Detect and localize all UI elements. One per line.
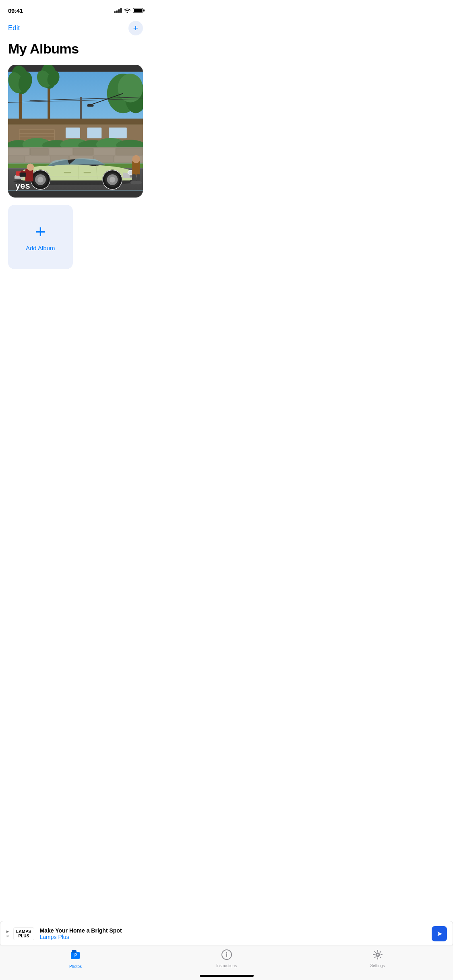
battery-icon <box>133 8 143 13</box>
svg-rect-20 <box>8 119 143 124</box>
svg-point-12 <box>118 74 143 102</box>
wifi-icon <box>124 8 130 13</box>
svg-rect-17 <box>87 104 94 107</box>
album-name: yes <box>15 181 30 191</box>
svg-rect-27 <box>109 128 127 138</box>
svg-point-68 <box>37 177 43 182</box>
add-album-grid: + Add Album <box>8 205 143 269</box>
svg-rect-37 <box>30 148 48 155</box>
svg-rect-43 <box>25 156 50 163</box>
edit-button[interactable]: Edit <box>8 24 20 32</box>
svg-rect-22 <box>20 130 54 133</box>
svg-rect-40 <box>94 148 116 155</box>
signal-icon <box>114 8 122 13</box>
svg-point-63 <box>110 177 115 182</box>
nav-bar: Edit + <box>0 18 151 39</box>
svg-rect-73 <box>20 173 26 177</box>
svg-point-79 <box>134 181 142 184</box>
svg-rect-55 <box>64 172 71 173</box>
svg-rect-36 <box>8 148 30 155</box>
main-content: yes + Add Album <box>0 65 151 340</box>
svg-rect-42 <box>8 156 24 163</box>
svg-rect-26 <box>87 128 102 138</box>
add-album-plus-icon: + <box>35 223 46 241</box>
svg-rect-25 <box>66 128 80 138</box>
add-album-button[interactable]: + Add Album <box>8 205 73 269</box>
svg-point-71 <box>27 163 34 171</box>
album-card[interactable]: yes <box>8 65 143 198</box>
svg-rect-38 <box>49 148 72 155</box>
svg-rect-23 <box>20 134 54 136</box>
album-image <box>8 65 143 198</box>
page-title: My Albums <box>0 39 151 65</box>
svg-rect-41 <box>116 148 143 155</box>
status-icons <box>114 8 143 13</box>
svg-point-75 <box>132 155 140 163</box>
status-bar: 09:41 <box>0 0 151 18</box>
svg-rect-39 <box>73 148 93 155</box>
add-button[interactable]: + <box>128 21 143 35</box>
status-time: 09:41 <box>8 7 23 14</box>
add-album-label: Add Album <box>26 245 55 251</box>
svg-rect-54 <box>84 172 91 173</box>
